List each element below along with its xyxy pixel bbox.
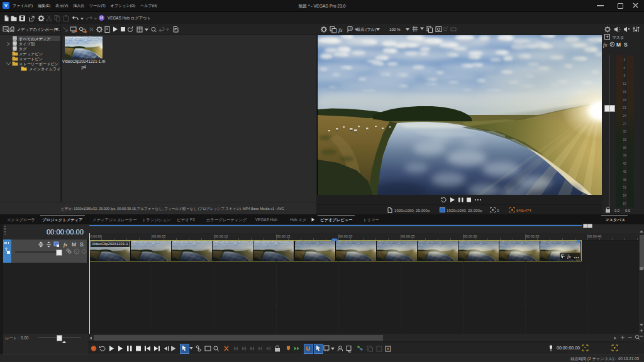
svg-text:M: M bbox=[616, 41, 621, 48]
svg-text:fx: fx bbox=[603, 41, 608, 48]
svg-text:fx: fx bbox=[338, 27, 343, 33]
svg-text:S: S bbox=[624, 41, 628, 48]
svg-text:fx: fx bbox=[567, 254, 571, 260]
